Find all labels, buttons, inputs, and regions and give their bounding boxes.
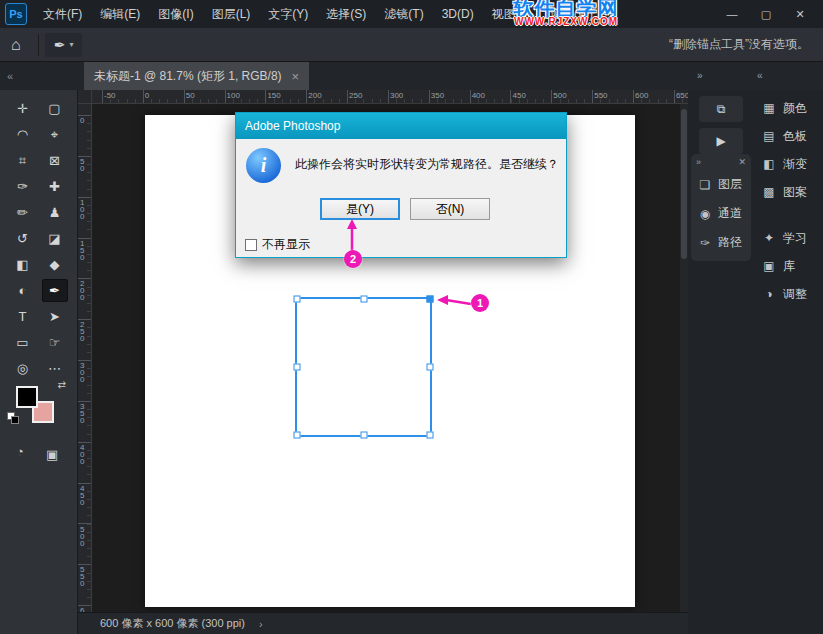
- right-panel-dock: ⧉▶ » ✕ ❏图层◉通道✑路径 ▦颜色▤色板◧渐变▩图案 ✦学习▣库◑调整: [688, 90, 823, 634]
- dialog-titlebar[interactable]: Adobe Photoshop: [236, 113, 566, 139]
- menubar-item[interactable]: 图层(L): [203, 0, 260, 28]
- tab-close-icon[interactable]: ×: [292, 69, 300, 84]
- menubar-item[interactable]: 滤镜(T): [375, 0, 432, 28]
- shape-handle[interactable]: [427, 296, 434, 303]
- vertical-scrollbar[interactable]: [680, 104, 688, 612]
- status-chevron-icon[interactable]: ›: [259, 618, 263, 630]
- history-brush-tool[interactable]: ↺: [10, 227, 36, 250]
- blur-tool[interactable]: ◆: [42, 253, 68, 276]
- h-ruler-label: 600: [635, 91, 648, 100]
- object-selection-tool[interactable]: ⌖: [42, 123, 68, 146]
- minimize-button[interactable]: —: [715, 0, 749, 28]
- panel-tab-patterns[interactable]: ▩图案: [754, 178, 823, 206]
- panel-tab-gradients[interactable]: ◧渐变: [754, 150, 823, 178]
- foreground-color-swatch[interactable]: [16, 386, 38, 408]
- crop-tool[interactable]: ⌗: [10, 149, 36, 172]
- default-colors-icon[interactable]: [7, 412, 19, 424]
- v-ruler-label: 0: [80, 117, 84, 124]
- home-icon[interactable]: ⌂: [11, 36, 21, 54]
- divider: [38, 34, 39, 56]
- eraser-tool[interactable]: ◪: [42, 227, 68, 250]
- status-bar: 600 像素 x 600 像素 (300 ppi) ›: [78, 612, 688, 634]
- panel-tab-libraries[interactable]: ▣库: [754, 252, 823, 280]
- h-ruler-label: 200: [308, 91, 321, 100]
- menubar-item[interactable]: 3D(D): [433, 0, 483, 28]
- panel-tab-learn[interactable]: ✦学习: [754, 224, 823, 252]
- panel-tab-swatches[interactable]: ▤色板: [754, 122, 823, 150]
- zoom-tool[interactable]: ◎: [10, 357, 36, 380]
- shape-handle[interactable]: [294, 364, 301, 371]
- scrollbar-thumb[interactable]: [681, 109, 687, 259]
- collapse-panels-chevron-icon[interactable]: «: [757, 62, 763, 90]
- titlebar: Ps 文件(F)编辑(E)图像(I)图层(L)文字(Y)选择(S)滤镜(T)3D…: [0, 0, 823, 28]
- marquee-tool[interactable]: ▢: [42, 97, 68, 120]
- path-selection-tool[interactable]: ➤: [42, 305, 68, 328]
- brush-tool[interactable]: ✏: [10, 201, 36, 224]
- no-button[interactable]: 否(N): [410, 198, 490, 220]
- dont-show-again-checkbox[interactable]: [245, 239, 257, 251]
- menubar-item[interactable]: 选择(S): [317, 0, 375, 28]
- shape-handle[interactable]: [427, 364, 434, 371]
- current-tool-button[interactable]: ✒ ▾: [45, 33, 83, 57]
- gradient-tool[interactable]: ◧: [10, 253, 36, 276]
- frame-tool[interactable]: ⊠: [42, 149, 68, 172]
- patterns-icon: ▩: [762, 185, 776, 199]
- panel-tab-adjustments[interactable]: ◑调整: [754, 280, 823, 308]
- panel-col2-top: ▦颜色▤色板◧渐变▩图案: [754, 94, 823, 206]
- expand-panels-chevron-icon[interactable]: »: [697, 62, 703, 90]
- h-ruler-label: 0: [145, 91, 149, 100]
- v-ruler-label: 300: [80, 362, 84, 383]
- shape-handle[interactable]: [427, 432, 434, 439]
- watermark: 软件自学网 WWW.RJZXW.COM: [487, 0, 645, 28]
- lasso-tool[interactable]: ◠: [10, 123, 36, 146]
- yes-button[interactable]: 是(Y): [320, 198, 400, 220]
- h-ruler-label: 150: [267, 91, 280, 100]
- panel-tab-paths[interactable]: ✑路径: [691, 228, 751, 257]
- shape-handle[interactable]: [360, 296, 367, 303]
- h-ruler-label: 400: [472, 91, 485, 100]
- shape-handle[interactable]: [294, 432, 301, 439]
- menubar-item[interactable]: 编辑(E): [91, 0, 149, 28]
- shape-handle[interactable]: [294, 296, 301, 303]
- quick-mask-icon[interactable]: ◔: [16, 444, 24, 459]
- panel-tab-channels[interactable]: ◉通道: [691, 199, 751, 228]
- move-tool[interactable]: ✛: [10, 97, 36, 120]
- dont-show-again-row: 不再显示: [245, 236, 310, 253]
- screen-mode-icon[interactable]: ▣: [46, 447, 58, 462]
- clone-stamp-tool[interactable]: ♟: [42, 201, 68, 224]
- panel-label: 调整: [783, 286, 807, 303]
- shape-tool[interactable]: ▭: [10, 331, 36, 354]
- eyedropper-tool[interactable]: ✑: [10, 175, 36, 198]
- swap-colors-icon[interactable]: ⇄: [58, 379, 66, 390]
- healing-brush-tool[interactable]: ✚: [42, 175, 68, 198]
- shape-rect[interactable]: [295, 297, 432, 437]
- hand-tool[interactable]: ☞: [42, 331, 68, 354]
- h-ruler[interactable]: -500501001502002503003504004505005506006…: [92, 90, 688, 104]
- actions-panel-icon[interactable]: ▶: [699, 128, 743, 154]
- dialog-adobe-photoshop: Adobe Photoshop i 此操作会将实时形状转变为常规路径。是否继续？…: [235, 112, 567, 258]
- more-tools[interactable]: ⋯: [42, 357, 68, 380]
- dock-close-icon[interactable]: ✕: [738, 157, 746, 167]
- dock-collapse-chevron-icon[interactable]: »: [696, 157, 701, 167]
- close-button[interactable]: ✕: [783, 0, 817, 28]
- panel-label: 颜色: [783, 100, 807, 117]
- window-controls: — ▢ ✕: [715, 0, 817, 28]
- collapse-left-chevron-icon[interactable]: «: [7, 62, 13, 90]
- dodge-tool[interactable]: ◐: [10, 279, 36, 302]
- pen-tool[interactable]: ✒: [42, 279, 68, 302]
- menubar-item[interactable]: 图像(I): [149, 0, 202, 28]
- maximize-button[interactable]: ▢: [749, 0, 783, 28]
- v-ruler-label: 450: [80, 485, 84, 506]
- panel-tab-color[interactable]: ▦颜色: [754, 94, 823, 122]
- shape-handle[interactable]: [360, 432, 367, 439]
- type-tool[interactable]: T: [10, 305, 36, 328]
- properties-panel-icon[interactable]: ⧉: [699, 96, 743, 122]
- panel-tab-layers[interactable]: ❏图层: [691, 170, 751, 199]
- h-ruler-label: 350: [431, 91, 444, 100]
- menubar-item[interactable]: 文字(Y): [259, 0, 317, 28]
- menubar-item[interactable]: 文件(F): [34, 0, 91, 28]
- h-ruler-label: 300: [390, 91, 403, 100]
- document-tab[interactable]: 未标题-1 @ 81.7% (矩形 1, RGB/8) ×: [84, 62, 309, 90]
- ruler-corner: [78, 90, 92, 104]
- v-ruler[interactable]: 050100150200250300350400450500550600: [78, 104, 92, 612]
